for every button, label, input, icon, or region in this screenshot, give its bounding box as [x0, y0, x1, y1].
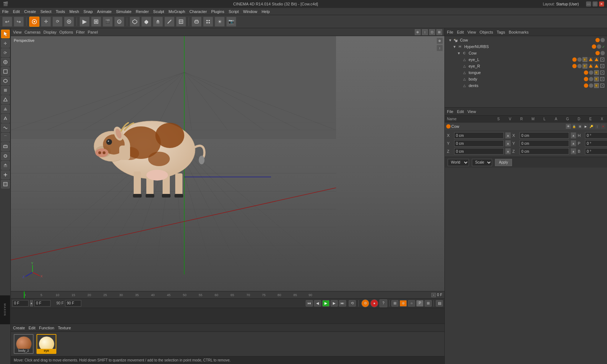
menu-character[interactable]: Character [189, 9, 207, 14]
live-select-button[interactable] [29, 17, 39, 27]
render-region-button[interactable] [91, 17, 101, 27]
vp-tab-options[interactable]: Options [59, 30, 73, 34]
coord-x-btn[interactable]: ▲ [505, 132, 511, 139]
menu-snap[interactable]: Snap [83, 9, 93, 14]
om-hn-dot1[interactable] [592, 44, 596, 49]
left-tool-17[interactable] [1, 180, 10, 188]
om-cc-dot1[interactable] [595, 51, 600, 55]
apply-button[interactable]: Apply [495, 159, 512, 166]
extrude-button[interactable] [153, 17, 163, 27]
coord-sz-btn[interactable]: ▲ [571, 148, 576, 155]
am-menu-view[interactable]: View [468, 109, 476, 114]
om-item-body[interactable]: △ body T [445, 76, 607, 82]
move-button[interactable]: ✛ [41, 17, 51, 27]
om-menu-file[interactable]: File [447, 30, 453, 34]
deformer-button[interactable] [191, 17, 202, 27]
frame-value-input[interactable] [34, 300, 51, 307]
coord-b-input[interactable] [585, 148, 607, 155]
om-d-dot1[interactable] [584, 83, 588, 88]
om-item-eye-l[interactable]: △ eye_L T [445, 56, 607, 63]
maximize-button[interactable]: □ [593, 1, 598, 6]
light-button[interactable]: ☀ [215, 17, 225, 27]
anim-ctrl-2[interactable]: ● [370, 299, 378, 307]
vp-tab-filter[interactable]: Filter [76, 30, 85, 34]
left-tool-7[interactable] [1, 86, 10, 95]
coord-z-btn[interactable]: ▲ [505, 148, 511, 155]
om-b-tag2[interactable] [600, 77, 605, 82]
vp-nav-3[interactable]: ⊡ [429, 29, 435, 35]
om-menu-edit[interactable]: Edit [457, 30, 464, 34]
om-item-hypernurbs[interactable]: ▼ H HyperNURBS ✓ [445, 43, 607, 50]
vp-tab-display[interactable]: Display [43, 30, 56, 34]
am-icon-eye[interactable]: 👁 [566, 124, 571, 129]
render-button[interactable]: 🎬 [103, 17, 113, 27]
left-tool-6[interactable] [1, 77, 10, 85]
om-el-tag1[interactable]: T [582, 57, 587, 62]
menu-sculpt[interactable]: Sculpt [153, 9, 164, 14]
om-menu-view[interactable]: View [468, 30, 476, 34]
om-cc-dot2[interactable] [600, 51, 605, 55]
material-eye[interactable]: eye [36, 334, 56, 354]
mograph-button[interactable] [203, 17, 213, 27]
mat-menu-edit[interactable]: Edit [29, 326, 35, 330]
loop-button[interactable]: ⟲ [349, 300, 356, 307]
menu-select[interactable]: Select [40, 9, 52, 14]
left-tool-8[interactable] [1, 95, 10, 104]
vp-icon-2[interactable]: ↕ [436, 45, 443, 51]
am-icon-key[interactable]: 🔑 [589, 124, 594, 129]
om-er-dot1[interactable] [572, 64, 577, 68]
vp-nav-4[interactable]: ⊞ [436, 29, 442, 35]
am-menu-file[interactable]: File [447, 109, 453, 114]
mat-menu-function[interactable]: Function [39, 326, 54, 330]
om-item-cow-child[interactable]: ▼ C Cow [445, 50, 607, 56]
om-menu-tags[interactable]: Tags [497, 30, 505, 34]
play-button[interactable]: ▶ [322, 300, 330, 307]
coord-h-input[interactable] [585, 132, 607, 139]
om-item-cow-root[interactable]: ▼ 🐄 Cow [445, 37, 607, 43]
om-b-dot1[interactable] [584, 77, 588, 81]
coord-y-input[interactable] [454, 140, 504, 147]
anim-ctrl-3[interactable]: ? [379, 299, 387, 307]
am-icon-more[interactable]: ⋮ [595, 124, 600, 129]
viewport-canvas[interactable]: Perspective [11, 36, 444, 291]
left-tool-14[interactable] [1, 152, 10, 160]
vp-nav-1[interactable]: ⊕ [415, 29, 421, 35]
om-el-tag2[interactable] [588, 57, 593, 62]
om-dot-2[interactable] [600, 38, 605, 42]
coord-sx-btn[interactable]: ▲ [571, 132, 576, 139]
motion-ctrl-3[interactable]: ○ [408, 300, 415, 307]
om-b-tag1[interactable]: T [594, 77, 599, 82]
om-menu-bookmarks[interactable]: Bookmarks [509, 30, 529, 34]
menu-window[interactable]: Window [243, 9, 257, 14]
menu-create[interactable]: Create [24, 9, 36, 14]
am-menu-edit[interactable]: Edit [457, 109, 464, 114]
om-dot-1[interactable] [595, 38, 600, 42]
mat-menu-create[interactable]: Create [13, 326, 25, 330]
current-frame-input[interactable] [12, 300, 29, 307]
motion-ctrl-2[interactable]: ⊛ [400, 300, 407, 307]
menu-file[interactable]: File [2, 9, 9, 14]
close-button[interactable]: ✕ [599, 1, 604, 6]
om-t-dot2[interactable] [589, 70, 593, 75]
om-item-eye-r[interactable]: △ eye_R T [445, 63, 607, 69]
bevel-button[interactable] [141, 17, 151, 27]
coord-p-input[interactable] [585, 140, 607, 147]
om-t-dot1[interactable] [584, 70, 588, 75]
vp-tab-panel[interactable]: Panel [88, 30, 98, 34]
om-er-dot2[interactable] [577, 64, 582, 68]
om-el-dot2[interactable] [577, 57, 582, 62]
om-hn-dot2[interactable] [597, 44, 601, 49]
motion-ctrl-1[interactable]: ⊞ [391, 300, 399, 307]
am-icon-del[interactable]: ✕ [600, 124, 606, 129]
anim-ctrl-1[interactable]: ⚙ [361, 299, 369, 307]
coord-sx-input[interactable] [520, 132, 569, 139]
next-frame-button[interactable]: ▶ [331, 300, 338, 307]
coord-sz-input[interactable] [520, 148, 569, 155]
go-end-button[interactable]: ⏭ [339, 300, 346, 307]
poly-button[interactable] [130, 17, 140, 27]
am-icon-lock[interactable]: 🔒 [572, 124, 577, 129]
redo-button[interactable]: ↪ [14, 17, 24, 27]
menu-animate[interactable]: Animate [97, 9, 112, 14]
world-select[interactable]: World Object [448, 159, 469, 166]
left-tool-3[interactable]: ⟳ [1, 48, 10, 57]
